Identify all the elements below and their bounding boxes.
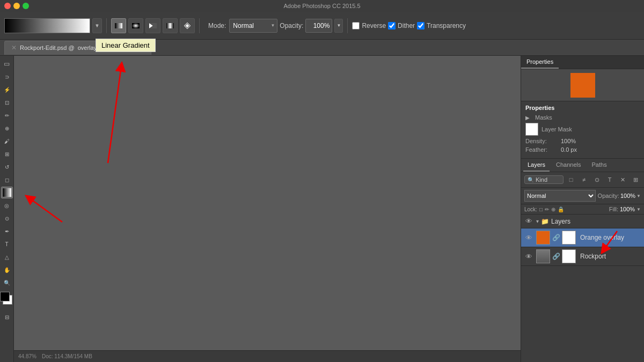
maximize-button[interactable] [23,3,29,9]
mode-select[interactable]: Normal Dissolve Multiply Screen [229,19,277,33]
layer-row-orange[interactable]: 👁 🔗 Orange overlay [521,228,644,247]
clone-tool[interactable]: ⊞ [1,148,13,160]
lock-row: Lock: □ ✏ ⊕ 🔒 Fill: 100% ▼ [521,204,644,215]
density-row: Density: 100% [525,138,640,144]
group-eye-icon[interactable]: 👁 [525,217,534,225]
dither-checkbox[interactable] [388,22,396,29]
doc-info: Doc: 114.3M/154 MB [42,353,92,359]
lasso-tool[interactable]: ⊃ [1,71,13,83]
reverse-group: Reverse [352,22,386,29]
feather-label: Feather: [525,146,558,153]
lock-icon-4[interactable]: 🔒 [558,206,564,212]
group-expand-icon[interactable]: ▾ [536,218,539,224]
zoom-level: 44.87% [18,353,36,359]
opacity-input[interactable]: 100% [305,19,332,33]
blur-tool[interactable]: ◎ [1,200,13,211]
minimize-button[interactable] [13,3,20,9]
dither-label[interactable]: Dither [398,22,415,29]
marquee-tool[interactable]: ▭ [1,58,13,70]
lock-icon-1[interactable]: □ [539,206,543,212]
layer-mask-orange[interactable] [562,231,576,245]
eraser-tool[interactable]: ◻ [1,174,13,186]
layers-group-row[interactable]: 👁 ▾ 📁 Layers [521,215,644,228]
close-button[interactable] [4,3,11,9]
healing-tool[interactable]: ⊕ [1,122,13,134]
transparency-label[interactable]: Transparency [427,22,466,29]
svg-rect-4 [166,23,174,28]
gradient-tool[interactable] [1,187,13,198]
gradient-preview[interactable] [4,18,90,33]
crop-tool[interactable]: ⊡ [1,97,13,108]
paths-tab[interactable]: Paths [588,159,611,172]
pen-tool[interactable]: ✒ [1,225,13,237]
history-brush-tool[interactable]: ↺ [1,161,13,173]
filter-icon-4[interactable]: T [604,174,615,185]
layers-opacity-value: 100% [620,193,635,199]
layers-opacity-group: Opacity: 100% ▼ [598,193,641,199]
opacity-label: Opacity: [280,22,303,29]
mini-color-preview [521,69,644,101]
filter-icon-3[interactable]: ⊙ [591,174,602,185]
layer-mask-rockport[interactable] [562,249,576,263]
zoom-tool[interactable]: 🔍 [1,277,13,289]
layer-link-rockport[interactable]: 🔗 [552,253,560,260]
layers-content: 🔍 Kind □ ≠ ⊙ T ✕ ⊞ Normal Opaci [521,172,644,266]
dodge-tool[interactable]: ⊙ [1,212,13,224]
layer-eye-orange[interactable]: 👁 [525,234,534,242]
reverse-label[interactable]: Reverse [362,22,386,29]
layer-thumb-orange [536,231,550,245]
transparency-group: Transparency [417,22,466,29]
reflected-gradient-btn[interactable] [163,18,178,33]
screen-mode-btn[interactable]: ⊟ [1,311,13,323]
gradient-dropdown-btn[interactable]: ▼ [92,18,102,33]
window-controls [4,3,29,9]
fill-chevron[interactable]: ▼ [636,207,641,212]
app-title: Adobe Photoshop CC 2015.5 [283,3,360,9]
layers-mode-select[interactable]: Normal [524,190,596,202]
eyedropper-tool[interactable]: ✏ [1,109,13,121]
linear-gradient-btn[interactable] [111,18,126,33]
panel-tabs: Properties [521,56,644,69]
quick-select-tool[interactable]: ⚡ [1,84,13,95]
tooltip-text: Linear Gradient [101,41,150,49]
filter-icon-5[interactable]: ✕ [617,174,628,185]
diamond-gradient-btn[interactable] [180,18,195,33]
layer-eye-rockport[interactable]: 👁 [525,253,534,261]
opacity-chevron[interactable]: ▼ [636,194,641,198]
density-label: Density: [525,138,558,144]
layer-mask-thumbnail[interactable] [525,123,538,136]
separator-1 [106,18,107,33]
panel-tab-properties[interactable]: Properties [521,56,559,69]
filter-search-icon: 🔍 [528,177,534,183]
path-tool[interactable]: △ [1,251,13,263]
layers-tab[interactable]: Layers [523,159,550,172]
svg-rect-1 [132,23,140,28]
lock-icon-2[interactable]: ✏ [545,206,549,212]
brush-tool[interactable]: 🖌 [1,135,13,147]
radial-gradient-btn[interactable] [128,18,143,33]
layer-row-rockport[interactable]: 👁 🔗 Rockport [521,247,644,266]
lock-icon-3[interactable]: ⊕ [551,206,555,212]
reverse-checkbox[interactable] [352,22,360,29]
fill-group: Fill: 100% ▼ [609,206,641,212]
mode-group: Mode: Normal Dissolve Multiply Screen [208,19,277,33]
opacity-slider-btn[interactable]: ▼ [334,19,343,33]
layer-link-orange[interactable]: 🔗 [552,234,560,241]
feather-value: 0.0 px [561,146,577,153]
transparency-checkbox[interactable] [417,22,425,29]
filter-icon-1[interactable]: □ [566,174,576,185]
properties-section: Properties ▶ Masks Layer Mask Density: 1… [521,101,644,159]
layer-thumb-rockport [536,249,550,263]
channels-tab[interactable]: Channels [552,159,585,172]
foreground-color-swatch[interactable] [0,292,10,301]
canvas-footer: 44.87% Doc: 114.3M/154 MB [14,350,521,362]
hand-tool[interactable]: ✋ [1,264,13,276]
tab-close-icon[interactable]: ✕ [11,44,17,51]
layers-mode-row: Normal Opacity: 100% ▼ [521,188,644,204]
filter-toggle[interactable]: ⊞ [630,174,641,185]
layers-filter[interactable]: 🔍 Kind [524,175,564,184]
filter-icon-2[interactable]: ≠ [579,174,589,185]
angle-gradient-btn[interactable] [145,18,160,33]
svg-rect-0 [115,23,122,28]
type-tool[interactable]: T [1,238,13,250]
